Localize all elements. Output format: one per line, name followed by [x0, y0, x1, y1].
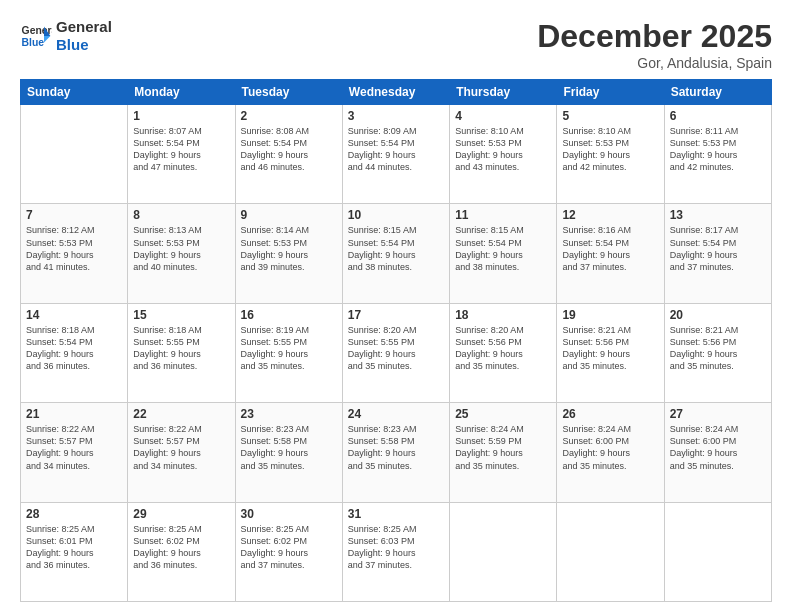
day-number: 24 — [348, 407, 444, 421]
week-row-3: 14Sunrise: 8:18 AMSunset: 5:54 PMDayligh… — [21, 303, 772, 402]
day-number: 7 — [26, 208, 122, 222]
day-number: 21 — [26, 407, 122, 421]
logo-icon: General Blue — [20, 20, 52, 52]
day-info: Sunrise: 8:11 AMSunset: 5:53 PMDaylight:… — [670, 125, 766, 174]
calendar-cell: 31Sunrise: 8:25 AMSunset: 6:03 PMDayligh… — [342, 502, 449, 601]
calendar-cell: 13Sunrise: 8:17 AMSunset: 5:54 PMDayligh… — [664, 204, 771, 303]
calendar-cell: 1Sunrise: 8:07 AMSunset: 5:54 PMDaylight… — [128, 105, 235, 204]
day-info: Sunrise: 8:15 AMSunset: 5:54 PMDaylight:… — [348, 224, 444, 273]
day-number: 29 — [133, 507, 229, 521]
day-info: Sunrise: 8:15 AMSunset: 5:54 PMDaylight:… — [455, 224, 551, 273]
calendar-cell: 24Sunrise: 8:23 AMSunset: 5:58 PMDayligh… — [342, 403, 449, 502]
day-info: Sunrise: 8:16 AMSunset: 5:54 PMDaylight:… — [562, 224, 658, 273]
calendar-cell: 23Sunrise: 8:23 AMSunset: 5:58 PMDayligh… — [235, 403, 342, 502]
weekday-header-row: SundayMondayTuesdayWednesdayThursdayFrid… — [21, 80, 772, 105]
calendar-cell: 21Sunrise: 8:22 AMSunset: 5:57 PMDayligh… — [21, 403, 128, 502]
day-number: 16 — [241, 308, 337, 322]
calendar-cell: 25Sunrise: 8:24 AMSunset: 5:59 PMDayligh… — [450, 403, 557, 502]
calendar-cell: 3Sunrise: 8:09 AMSunset: 5:54 PMDaylight… — [342, 105, 449, 204]
weekday-header-sunday: Sunday — [21, 80, 128, 105]
calendar-cell: 15Sunrise: 8:18 AMSunset: 5:55 PMDayligh… — [128, 303, 235, 402]
day-number: 11 — [455, 208, 551, 222]
day-number: 15 — [133, 308, 229, 322]
calendar-cell — [557, 502, 664, 601]
calendar-cell — [664, 502, 771, 601]
location: Gor, Andalusia, Spain — [537, 55, 772, 71]
calendar-cell: 9Sunrise: 8:14 AMSunset: 5:53 PMDaylight… — [235, 204, 342, 303]
week-row-1: 1Sunrise: 8:07 AMSunset: 5:54 PMDaylight… — [21, 105, 772, 204]
calendar-body: 1Sunrise: 8:07 AMSunset: 5:54 PMDaylight… — [21, 105, 772, 602]
weekday-header-wednesday: Wednesday — [342, 80, 449, 105]
calendar-cell: 14Sunrise: 8:18 AMSunset: 5:54 PMDayligh… — [21, 303, 128, 402]
logo-general: General — [56, 18, 112, 36]
day-number: 10 — [348, 208, 444, 222]
calendar-cell: 26Sunrise: 8:24 AMSunset: 6:00 PMDayligh… — [557, 403, 664, 502]
calendar-cell: 19Sunrise: 8:21 AMSunset: 5:56 PMDayligh… — [557, 303, 664, 402]
day-number: 12 — [562, 208, 658, 222]
day-info: Sunrise: 8:23 AMSunset: 5:58 PMDaylight:… — [348, 423, 444, 472]
calendar-cell: 17Sunrise: 8:20 AMSunset: 5:55 PMDayligh… — [342, 303, 449, 402]
day-number: 2 — [241, 109, 337, 123]
day-info: Sunrise: 8:18 AMSunset: 5:54 PMDaylight:… — [26, 324, 122, 373]
day-info: Sunrise: 8:14 AMSunset: 5:53 PMDaylight:… — [241, 224, 337, 273]
calendar-cell: 5Sunrise: 8:10 AMSunset: 5:53 PMDaylight… — [557, 105, 664, 204]
day-info: Sunrise: 8:22 AMSunset: 5:57 PMDaylight:… — [133, 423, 229, 472]
day-number: 4 — [455, 109, 551, 123]
day-info: Sunrise: 8:25 AMSunset: 6:02 PMDaylight:… — [241, 523, 337, 572]
day-number: 1 — [133, 109, 229, 123]
day-number: 9 — [241, 208, 337, 222]
logo: General Blue General Blue — [20, 18, 112, 54]
calendar-cell — [21, 105, 128, 204]
calendar-cell: 29Sunrise: 8:25 AMSunset: 6:02 PMDayligh… — [128, 502, 235, 601]
day-info: Sunrise: 8:10 AMSunset: 5:53 PMDaylight:… — [455, 125, 551, 174]
week-row-2: 7Sunrise: 8:12 AMSunset: 5:53 PMDaylight… — [21, 204, 772, 303]
day-info: Sunrise: 8:24 AMSunset: 6:00 PMDaylight:… — [670, 423, 766, 472]
day-number: 8 — [133, 208, 229, 222]
day-info: Sunrise: 8:23 AMSunset: 5:58 PMDaylight:… — [241, 423, 337, 472]
calendar-cell: 8Sunrise: 8:13 AMSunset: 5:53 PMDaylight… — [128, 204, 235, 303]
day-info: Sunrise: 8:20 AMSunset: 5:55 PMDaylight:… — [348, 324, 444, 373]
day-number: 28 — [26, 507, 122, 521]
day-number: 14 — [26, 308, 122, 322]
calendar-cell: 7Sunrise: 8:12 AMSunset: 5:53 PMDaylight… — [21, 204, 128, 303]
day-info: Sunrise: 8:25 AMSunset: 6:03 PMDaylight:… — [348, 523, 444, 572]
day-number: 30 — [241, 507, 337, 521]
day-info: Sunrise: 8:17 AMSunset: 5:54 PMDaylight:… — [670, 224, 766, 273]
day-number: 20 — [670, 308, 766, 322]
calendar-cell: 18Sunrise: 8:20 AMSunset: 5:56 PMDayligh… — [450, 303, 557, 402]
calendar-cell: 16Sunrise: 8:19 AMSunset: 5:55 PMDayligh… — [235, 303, 342, 402]
calendar-cell: 20Sunrise: 8:21 AMSunset: 5:56 PMDayligh… — [664, 303, 771, 402]
calendar-cell: 2Sunrise: 8:08 AMSunset: 5:54 PMDaylight… — [235, 105, 342, 204]
weekday-header-monday: Monday — [128, 80, 235, 105]
calendar-cell: 11Sunrise: 8:15 AMSunset: 5:54 PMDayligh… — [450, 204, 557, 303]
title-block: December 2025 Gor, Andalusia, Spain — [537, 18, 772, 71]
weekday-header-thursday: Thursday — [450, 80, 557, 105]
day-info: Sunrise: 8:13 AMSunset: 5:53 PMDaylight:… — [133, 224, 229, 273]
calendar-cell: 12Sunrise: 8:16 AMSunset: 5:54 PMDayligh… — [557, 204, 664, 303]
week-row-5: 28Sunrise: 8:25 AMSunset: 6:01 PMDayligh… — [21, 502, 772, 601]
day-info: Sunrise: 8:24 AMSunset: 5:59 PMDaylight:… — [455, 423, 551, 472]
day-number: 5 — [562, 109, 658, 123]
day-info: Sunrise: 8:25 AMSunset: 6:02 PMDaylight:… — [133, 523, 229, 572]
month-title: December 2025 — [537, 18, 772, 55]
day-number: 13 — [670, 208, 766, 222]
day-info: Sunrise: 8:18 AMSunset: 5:55 PMDaylight:… — [133, 324, 229, 373]
day-number: 31 — [348, 507, 444, 521]
calendar-cell: 28Sunrise: 8:25 AMSunset: 6:01 PMDayligh… — [21, 502, 128, 601]
day-info: Sunrise: 8:21 AMSunset: 5:56 PMDaylight:… — [670, 324, 766, 373]
calendar-cell: 30Sunrise: 8:25 AMSunset: 6:02 PMDayligh… — [235, 502, 342, 601]
day-number: 25 — [455, 407, 551, 421]
day-number: 17 — [348, 308, 444, 322]
svg-marker-3 — [44, 36, 50, 42]
day-info: Sunrise: 8:08 AMSunset: 5:54 PMDaylight:… — [241, 125, 337, 174]
calendar-table: SundayMondayTuesdayWednesdayThursdayFrid… — [20, 79, 772, 602]
day-number: 26 — [562, 407, 658, 421]
day-info: Sunrise: 8:24 AMSunset: 6:00 PMDaylight:… — [562, 423, 658, 472]
day-info: Sunrise: 8:25 AMSunset: 6:01 PMDaylight:… — [26, 523, 122, 572]
day-number: 19 — [562, 308, 658, 322]
calendar-cell: 10Sunrise: 8:15 AMSunset: 5:54 PMDayligh… — [342, 204, 449, 303]
day-number: 18 — [455, 308, 551, 322]
day-info: Sunrise: 8:07 AMSunset: 5:54 PMDaylight:… — [133, 125, 229, 174]
day-info: Sunrise: 8:20 AMSunset: 5:56 PMDaylight:… — [455, 324, 551, 373]
day-info: Sunrise: 8:22 AMSunset: 5:57 PMDaylight:… — [26, 423, 122, 472]
